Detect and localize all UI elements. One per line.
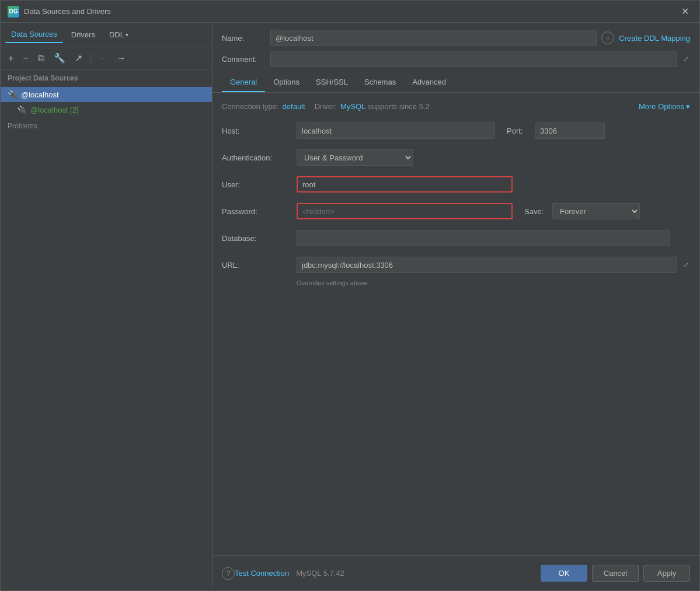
close-button[interactable]: ✕: [678, 5, 692, 18]
dialog-title: Data Sources and Drivers: [24, 7, 678, 16]
url-input[interactable]: [297, 257, 677, 273]
datasource-icon: 🔌: [8, 90, 18, 99]
left-toolbar: + − ⧉ 🔧 ↗ ← →: [1, 47, 212, 69]
url-hint: Overrides settings above: [297, 279, 368, 286]
auth-label: Authentication:: [222, 153, 292, 162]
cancel-button[interactable]: Cancel: [592, 565, 639, 582]
user-label: User:: [222, 180, 292, 189]
right-top: Name: ○ Create DDL Mapping Comment: ⤢: [213, 23, 699, 93]
driver-name[interactable]: MySQL: [340, 102, 365, 111]
comment-label: Comment:: [222, 55, 266, 64]
password-row: Password: Save: Forever Until restart Ne…: [222, 203, 690, 219]
url-row: URL: ⤢ Overrides settings above: [222, 257, 690, 286]
comment-input[interactable]: [270, 51, 677, 67]
tab-schemas[interactable]: Schemas: [356, 73, 404, 92]
name-circle[interactable]: ○: [601, 32, 614, 44]
comment-row: Comment: ⤢: [222, 51, 690, 67]
tab-options[interactable]: Options: [265, 73, 308, 92]
port-label: Port:: [507, 127, 530, 135]
host-input[interactable]: [297, 123, 495, 139]
dialog-window: DG Data Sources and Drivers ✕ Data Sourc…: [0, 0, 700, 591]
tab-data-sources[interactable]: Data Sources: [5, 26, 63, 43]
copy-button[interactable]: ⧉: [35, 51, 47, 65]
password-input[interactable]: [297, 203, 513, 219]
left-panel: Data Sources Drivers DDL ▾ + − ⧉ 🔧 ↗ ←: [1, 23, 213, 590]
port-input[interactable]: [535, 123, 605, 139]
driver-suffix: supports since 5.2: [368, 102, 430, 111]
mysql-version: MySQL 5.7.42: [296, 569, 344, 578]
main-content: Data Sources Drivers DDL ▾ + − ⧉ 🔧 ↗ ←: [1, 23, 699, 590]
tab-advanced[interactable]: Advanced: [404, 73, 454, 92]
tab-ddl[interactable]: DDL ▾: [103, 27, 134, 43]
database-label: Database:: [222, 234, 292, 243]
create-ddl-link[interactable]: Create DDL Mapping: [619, 34, 690, 43]
back-button[interactable]: ←: [95, 51, 110, 65]
ddl-dropdown-arrow: ▾: [126, 32, 128, 38]
bottom-right-buttons: OK Cancel Apply: [541, 565, 690, 582]
save-select[interactable]: Forever Until restart Never: [552, 203, 640, 219]
bottom-left: ?: [222, 567, 235, 580]
comment-expand-icon[interactable]: ⤢: [682, 54, 690, 64]
remove-button[interactable]: −: [20, 51, 31, 65]
host-label: Host:: [222, 127, 292, 135]
tab-general[interactable]: General: [222, 73, 265, 92]
tab-sshssl[interactable]: SSH/SSL: [308, 73, 356, 92]
name-row: Name: ○ Create DDL Mapping: [222, 30, 690, 46]
add-button[interactable]: +: [5, 51, 16, 65]
project-data-sources-header: Project Data Sources: [1, 69, 212, 87]
right-body: Connection type: default Driver: MySQL s…: [213, 93, 699, 555]
password-label: Password:: [222, 207, 292, 216]
auth-select[interactable]: User & Password No auth Windows credenti…: [297, 149, 413, 166]
datasource2-icon: 🔌: [17, 105, 27, 114]
url-expand-icon[interactable]: ⤢: [682, 260, 690, 270]
toolbar-separator: [90, 53, 90, 64]
ok-button[interactable]: OK: [541, 565, 587, 582]
more-options-button[interactable]: More Options ▾: [639, 102, 690, 111]
help-button[interactable]: ?: [222, 567, 235, 580]
url-inner: URL: ⤢: [222, 257, 690, 273]
export-button[interactable]: ↗: [72, 51, 85, 65]
save-label: Save:: [524, 207, 548, 216]
tab-drivers[interactable]: Drivers: [65, 27, 101, 43]
right-panel: Name: ○ Create DDL Mapping Comment: ⤢: [213, 23, 699, 590]
connection-type-value[interactable]: default: [283, 102, 305, 111]
config-button[interactable]: 🔧: [51, 51, 68, 65]
auth-row: Authentication: User & Password No auth …: [222, 149, 690, 166]
right-tabs: General Options SSH/SSL Schemas Advanced: [222, 73, 690, 92]
problems-section: Problems: [1, 117, 212, 135]
left-top-tabs: Data Sources Drivers DDL ▾: [1, 23, 212, 47]
tree-item-localhost2[interactable]: 🔌 @localhost [2]: [1, 102, 212, 117]
driver-label: Driver:: [315, 102, 337, 111]
user-input[interactable]: [297, 176, 513, 193]
test-connection-button[interactable]: Test Connection: [235, 569, 289, 578]
tree-item-localhost-label: @localhost: [21, 90, 59, 99]
connection-type-label: Connection type:: [222, 102, 279, 111]
apply-button[interactable]: Apply: [643, 565, 690, 582]
bottom-bar: ? Test Connection MySQL 5.7.42 OK Cancel…: [213, 555, 699, 590]
app-icon: DG: [8, 6, 19, 18]
title-bar: DG Data Sources and Drivers ✕: [1, 1, 699, 23]
name-label: Name:: [222, 34, 266, 43]
user-row: User:: [222, 176, 690, 193]
tree-item-localhost[interactable]: 🔌 @localhost: [1, 87, 212, 102]
tree-item-localhost2-label: @localhost [2]: [30, 106, 79, 114]
more-options-arrow: ▾: [686, 102, 690, 111]
url-label: URL:: [222, 261, 292, 270]
forward-button[interactable]: →: [114, 51, 129, 65]
database-input[interactable]: [297, 230, 670, 246]
name-input[interactable]: [270, 30, 597, 46]
database-row: Database:: [222, 230, 690, 246]
host-row: Host: Port:: [222, 123, 690, 139]
connection-type-row: Connection type: default Driver: MySQL s…: [222, 102, 690, 111]
